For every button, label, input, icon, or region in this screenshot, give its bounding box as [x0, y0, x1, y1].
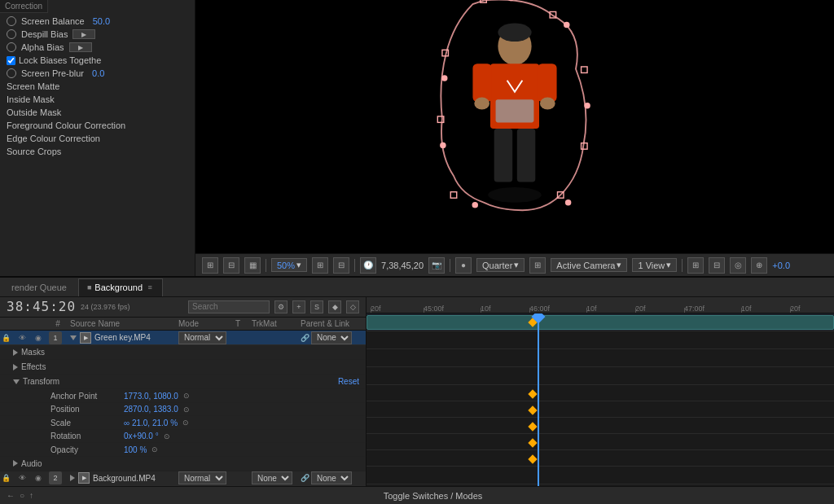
opacity-keyframe-icon[interactable]: ⊙ — [151, 445, 158, 454]
fg-colour-item[interactable]: Foreground Colour Correction — [0, 119, 195, 132]
layer1-mode-select[interactable]: Normal — [178, 331, 226, 344]
ruler-mark-10f4: 10f — [741, 305, 752, 313]
track-effects — [367, 349, 834, 367]
layer2-parent-select[interactable]: None — [311, 471, 352, 484]
layer1-expand-icon[interactable] — [70, 335, 77, 340]
layer2-trkmat-select[interactable]: None — [252, 471, 292, 484]
svg-rect-5 — [450, 191, 457, 198]
grid-btn[interactable]: ⊟ — [223, 257, 239, 274]
col-mode-header: Mode — [178, 319, 235, 328]
inside-mask-item[interactable]: Inside Mask — [0, 93, 195, 106]
quality-btn[interactable]: Quarter▾ — [476, 258, 525, 272]
position-keyframe-icon[interactable]: ⊙ — [183, 405, 190, 414]
lock-biases-checkbox-area[interactable]: Lock Biases Togethe — [7, 55, 101, 65]
svg-rect-18 — [472, 64, 491, 102]
anchor-point-keyframe-icon[interactable]: ⊙ — [183, 392, 190, 400]
render-queue-tab[interactable]: render Queue — [3, 283, 75, 292]
camera-view-btn[interactable]: Active Camera▾ — [551, 258, 627, 272]
opacity-value[interactable]: 100 % — [124, 445, 147, 454]
track-anchor — [367, 385, 834, 401]
anchor-point-value[interactable]: 1773.0, 1080.0 — [124, 392, 178, 401]
tl-solo-btn[interactable]: S — [310, 300, 323, 313]
color-btn[interactable]: ● — [455, 257, 472, 274]
opt4-btn[interactable]: ⊕ — [751, 257, 767, 274]
layer2-solo[interactable]: ◉ — [33, 472, 44, 484]
despill-icon — [7, 29, 16, 39]
svg-point-13 — [440, 142, 446, 148]
layer-2-row[interactable]: 🔒 👁 ◉ 2 ▶ Background.MP4 Normal — [0, 471, 366, 486]
tl-settings-btn[interactable]: ⚙ — [274, 300, 288, 313]
effects-group[interactable]: Effects — [0, 360, 366, 375]
tl-markers-btn[interactable]: ◆ — [328, 300, 341, 313]
kf-rotation-1 — [528, 438, 537, 447]
status-bar: ← ○ ↑ Toggle Switches / Modes — [0, 486, 834, 504]
transform-group[interactable]: Transform Reset — [0, 375, 366, 389]
position-value[interactable]: 2870.0, 1383.0 — [124, 405, 178, 414]
outside-mask-item[interactable]: Outside Mask — [0, 106, 195, 119]
layer1-eye[interactable]: 👁 — [16, 332, 28, 344]
layer2-mode-select[interactable]: Normal — [178, 471, 226, 484]
layer1-parent-select[interactable]: None — [311, 331, 352, 344]
scale-keyframe-icon[interactable]: ⊙ — [182, 419, 189, 427]
edge-colour-item[interactable]: Edge Colour Correction — [0, 132, 195, 145]
camera-btn[interactable]: ▦ — [244, 257, 261, 274]
tab-close-icon[interactable]: ≡ — [146, 283, 154, 291]
lock-biases-label: Lock Biases Togethe — [19, 55, 101, 65]
zoom-display: 50% — [277, 261, 295, 270]
zoom-fit-btn[interactable]: ⊞ — [312, 257, 328, 274]
tl-add-btn[interactable]: + — [292, 300, 305, 313]
transform-reset[interactable]: Reset — [338, 377, 359, 386]
circle-icon[interactable]: ○ — [20, 491, 24, 500]
status-mode-label[interactable]: Toggle Switches / Modes — [384, 491, 483, 501]
masks-group[interactable]: Masks — [0, 345, 366, 360]
monitor-btn[interactable]: ⊞ — [202, 257, 218, 274]
outside-mask-label: Outside Mask — [7, 107, 61, 117]
background-tab[interactable]: ■ Background ≡ — [78, 278, 163, 296]
zoom-out-btn[interactable]: ⊟ — [333, 257, 349, 274]
source-crops-item[interactable]: Source Crops — [0, 145, 195, 158]
layer1-lock[interactable]: 🔒 — [0, 332, 11, 344]
layer2-expand-icon[interactable] — [70, 475, 75, 481]
timeline-left-panel: 38:45:20 24 (23.976 fps) ⚙ + S ◆ ◇ # Sou… — [0, 297, 367, 486]
alpha-arrow[interactable]: ▶ — [69, 42, 92, 52]
sep1 — [266, 259, 266, 272]
screen-balance-item: Screen Balance 50.0 — [0, 15, 195, 28]
layer1-solo[interactable]: ◉ — [33, 332, 44, 344]
col-trkmat-header: TrkMat — [252, 319, 301, 328]
layer2-lock[interactable]: 🔒 — [0, 472, 11, 484]
anchor-point-label: Anchor Point — [50, 392, 124, 401]
playhead[interactable] — [538, 313, 539, 486]
views-btn[interactable]: 1 View▾ — [632, 258, 677, 272]
audio-group[interactable]: Audio — [0, 457, 366, 471]
camera-view-label: Active Camera — [556, 261, 615, 270]
opt2-btn[interactable]: ⊟ — [709, 257, 725, 274]
rotation-value[interactable]: 0x+90.0 ° — [124, 432, 159, 440]
kf-opacity-1 — [528, 454, 537, 463]
timeline-main: 38:45:20 24 (23.976 fps) ⚙ + S ◆ ◇ # Sou… — [0, 297, 834, 486]
zoom-btn[interactable]: 50% ▾ — [271, 258, 307, 272]
timecode-icon[interactable]: 🕐 — [360, 257, 376, 274]
anchor-point-icon — [39, 392, 47, 400]
col-parent-header: Parent & Link — [301, 319, 366, 328]
layer-1-row[interactable]: 🔒 👁 ◉ 1 ▶ Green key.MP4 Normal 🔗 — [0, 331, 366, 345]
layer2-eye[interactable]: 👁 — [16, 472, 28, 484]
arrow-left-icon[interactable]: ← — [7, 491, 15, 500]
opt3-btn[interactable]: ◎ — [730, 257, 746, 274]
tl-keyframe-btn[interactable]: ◇ — [346, 300, 359, 313]
screen-matte-item[interactable]: Screen Matte — [0, 80, 195, 93]
svg-point-21 — [540, 97, 555, 109]
despill-arrow[interactable]: ▶ — [72, 29, 95, 39]
opt1-btn[interactable]: ⊞ — [687, 257, 704, 274]
svg-point-16 — [498, 23, 531, 42]
clip-1-greenkey[interactable] — [367, 315, 834, 330]
track-audio — [367, 467, 834, 484]
region-btn[interactable]: ⊞ — [529, 257, 546, 274]
lock-biases-checkbox[interactable] — [7, 56, 15, 65]
scale-value[interactable]: ∞ 21.0, 21.0 % — [124, 419, 178, 427]
search-input[interactable] — [188, 300, 270, 313]
ruler-mark-20f3: 20f — [790, 305, 801, 313]
rotation-keyframe-icon[interactable]: ⊙ — [164, 432, 170, 440]
snapshot-btn[interactable]: 📷 — [428, 257, 445, 274]
svg-rect-22 — [496, 99, 534, 122]
arrow-up-icon[interactable]: ↑ — [29, 491, 33, 500]
